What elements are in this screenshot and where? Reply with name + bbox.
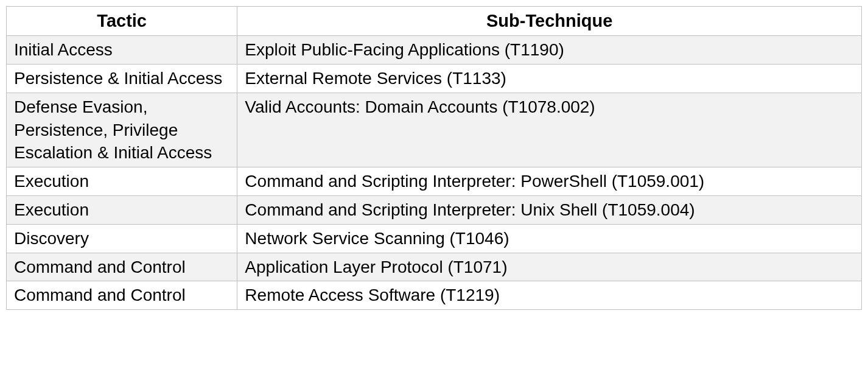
table-row: Execution Command and Scripting Interpre…	[7, 195, 862, 224]
cell-subtechnique: Exploit Public-Facing Applications (T119…	[237, 36, 862, 65]
table-row: Persistence & Initial Access External Re…	[7, 64, 862, 93]
header-subtechnique: Sub-Technique	[237, 7, 862, 36]
cell-tactic: Execution	[7, 195, 237, 224]
cell-tactic: Defense Evasion, Persistence, Privilege …	[7, 93, 237, 167]
cell-subtechnique: Network Service Scanning (T1046)	[237, 224, 862, 253]
cell-tactic: Persistence & Initial Access	[7, 64, 237, 93]
table-row: Defense Evasion, Persistence, Privilege …	[7, 93, 862, 167]
table-row: Command and Control Application Layer Pr…	[7, 253, 862, 281]
cell-tactic: Command and Control	[7, 253, 237, 281]
cell-subtechnique: Command and Scripting Interpreter: Unix …	[237, 195, 862, 224]
cell-subtechnique: Application Layer Protocol (T1071)	[237, 253, 862, 281]
cell-subtechnique: Command and Scripting Interpreter: Power…	[237, 167, 862, 196]
cell-subtechnique: Remote Access Software (T1219)	[237, 281, 862, 310]
table-row: Execution Command and Scripting Interpre…	[7, 167, 862, 196]
table-header-row: Tactic Sub-Technique	[7, 7, 862, 36]
cell-subtechnique: Valid Accounts: Domain Accounts (T1078.0…	[237, 93, 862, 167]
table-row: Initial Access Exploit Public-Facing App…	[7, 36, 862, 65]
table-row: Discovery Network Service Scanning (T104…	[7, 224, 862, 253]
cell-tactic: Execution	[7, 167, 237, 196]
cell-tactic: Initial Access	[7, 36, 237, 65]
mitre-attack-table: Tactic Sub-Technique Initial Access Expl…	[6, 6, 862, 310]
cell-tactic: Discovery	[7, 224, 237, 253]
table-body: Initial Access Exploit Public-Facing App…	[7, 36, 862, 310]
cell-subtechnique: External Remote Services (T1133)	[237, 64, 862, 93]
cell-tactic: Command and Control	[7, 281, 237, 310]
table-row: Command and Control Remote Access Softwa…	[7, 281, 862, 310]
header-tactic: Tactic	[7, 7, 237, 36]
